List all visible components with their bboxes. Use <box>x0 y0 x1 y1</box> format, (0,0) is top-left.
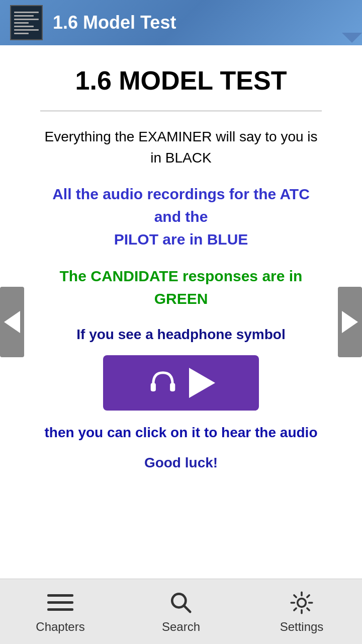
candidate-text: The CANDIDATE responses are in GREEN <box>40 265 322 310</box>
svg-rect-0 <box>151 383 156 391</box>
audio-text-part1: All the audio recordings for the ATC and… <box>52 186 310 225</box>
search-label: Search <box>162 620 200 634</box>
svg-line-11 <box>307 595 309 597</box>
chapters-icon <box>47 590 73 616</box>
good-luck-text: Good luck! <box>40 455 322 471</box>
headphone-instruction: If you see a headphone symbol <box>40 324 322 345</box>
click-text: then you can click on it to hear the aud… <box>40 425 322 441</box>
search-nav-item[interactable]: Search <box>121 590 241 634</box>
svg-line-3 <box>184 605 190 611</box>
book-thumbnail <box>10 5 43 40</box>
svg-line-10 <box>307 608 309 610</box>
main-content: 1.6 MODEL TEST Everything the EXAMINER w… <box>0 45 362 566</box>
audio-text-part2: PILOT are in BLUE <box>114 231 248 248</box>
examiner-text: Everything the EXAMINER will say to you … <box>40 126 322 169</box>
app-header: 1.6 Model Test <box>0 0 362 45</box>
svg-line-9 <box>294 595 296 597</box>
prev-page-button[interactable] <box>0 287 24 357</box>
next-page-button[interactable] <box>338 287 362 357</box>
arrow-right-icon <box>342 311 358 333</box>
header-title: 1.6 Model Test <box>53 12 176 33</box>
audio-text: All the audio recordings for the ATC and… <box>40 183 322 251</box>
bottom-nav: Chapters Search <box>0 579 362 644</box>
settings-icon <box>289 590 315 616</box>
svg-rect-1 <box>170 383 175 391</box>
play-icon <box>189 368 215 398</box>
search-icon <box>168 590 194 616</box>
search-icon-svg <box>168 590 194 616</box>
chapters-label: Chapters <box>36 620 84 634</box>
headphone-svg <box>147 366 179 398</box>
svg-point-4 <box>298 598 306 607</box>
page-title: 1.6 MODEL TEST <box>40 65 322 96</box>
arrow-left-icon <box>4 311 20 333</box>
header-triangle <box>342 33 362 43</box>
gear-icon-svg <box>289 590 315 616</box>
chapters-nav-item[interactable]: Chapters <box>0 590 121 634</box>
hamburger-icon <box>47 594 73 611</box>
svg-line-12 <box>294 608 296 610</box>
settings-nav-item[interactable]: Settings <box>241 590 362 634</box>
settings-label: Settings <box>280 620 324 634</box>
title-divider <box>40 111 322 111</box>
headphone-icon <box>147 366 179 400</box>
audio-play-button[interactable] <box>103 355 259 411</box>
